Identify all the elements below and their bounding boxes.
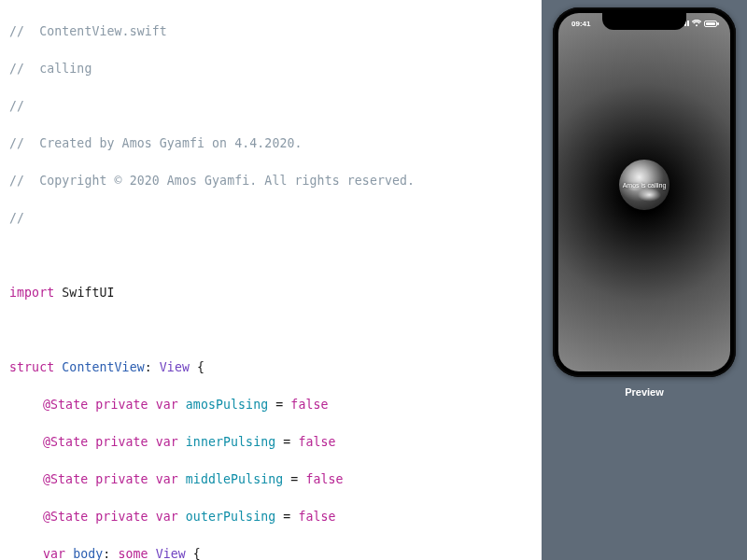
blank-line [9, 321, 542, 340]
wifi-icon [692, 20, 701, 27]
phone-notch [602, 13, 686, 30]
preview-label: Preview [625, 386, 664, 398]
phone-screen[interactable]: 09:41 Amos is calling [558, 13, 730, 371]
status-time: 09:41 [571, 20, 590, 28]
comment-line: // Copyright © 2020 Amos Gyamfi. All rig… [9, 172, 542, 190]
phone-frame: 09:41 Amos is calling [553, 7, 736, 377]
comment-line: // ContentView.swift [9, 22, 542, 41]
comment-line: // Created by Amos Gyamfi on 4.4.2020. [9, 134, 542, 153]
code-line: import SwiftUI [9, 284, 542, 302]
code-line: var body: some View { [9, 545, 542, 560]
comment-line: // [9, 209, 542, 228]
caller-avatar-wrap: Amos is calling [619, 160, 669, 210]
comment-line: // calling [9, 60, 542, 78]
comment-line: // [9, 97, 542, 116]
code-line: @State private var amosPulsing = false [9, 396, 542, 414]
caller-text: Amos is calling [623, 182, 667, 189]
code-line: @State private var middlePulsing = false [9, 470, 542, 489]
code-line: @State private var innerPulsing = false [9, 433, 542, 452]
preview-panel: 09:41 Amos is calling Preview [542, 0, 747, 560]
battery-icon [704, 21, 717, 27]
code-line: @State private var outerPulsing = false [9, 508, 542, 526]
code-editor[interactable]: // ContentView.swift // calling // // Cr… [0, 0, 542, 560]
blank-line [9, 246, 542, 265]
code-line: struct ContentView: View { [9, 358, 542, 377]
